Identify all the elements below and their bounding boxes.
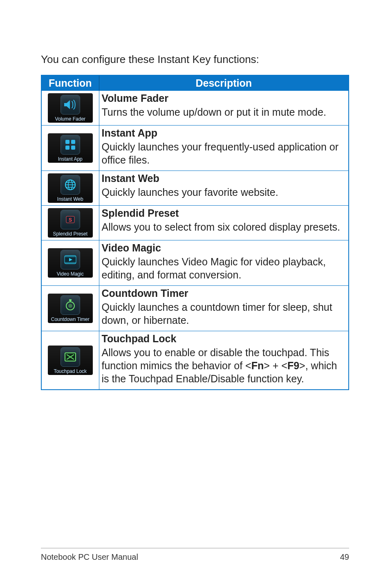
tile-volume-fader: Volume Fader bbox=[48, 93, 93, 123]
row-title: Splendid Preset bbox=[102, 206, 346, 220]
row-body: Quickly launches your favorite website. bbox=[102, 186, 278, 198]
timer-icon bbox=[61, 295, 80, 315]
svg-rect-1 bbox=[71, 140, 75, 144]
svg-rect-0 bbox=[65, 140, 69, 144]
row-body: Allows you to select from six colored di… bbox=[102, 221, 341, 233]
row-body: Quickly launches your frequently-used ap… bbox=[102, 141, 338, 166]
key-fn: Fn bbox=[251, 360, 264, 371]
function-icon-cell: Video Magic bbox=[42, 240, 99, 286]
svg-rect-9 bbox=[65, 256, 76, 257]
row-body: Turns the volume up/down or put it in mu… bbox=[102, 106, 326, 118]
description-cell: Volume Fader Turns the volume up/down or… bbox=[99, 91, 348, 126]
tile-label: Touchpad Lock bbox=[54, 368, 87, 374]
table-row: Instant App Instant App Quickly launches… bbox=[42, 126, 348, 171]
functions-table: Function Description Volume Fader bbox=[42, 76, 348, 389]
tile-label: Volume Fader bbox=[55, 116, 85, 122]
svg-point-12 bbox=[68, 304, 72, 308]
description-cell: Countdown Timer Quickly launches a count… bbox=[99, 286, 348, 331]
header-description: Description bbox=[99, 76, 348, 91]
row-title: Countdown Timer bbox=[102, 287, 346, 300]
function-icon-cell: Countdown Timer bbox=[42, 286, 99, 331]
row-body: Allows you to enable or disable the touc… bbox=[102, 347, 337, 384]
table-row: Instant Web Instant Web Quickly launches… bbox=[42, 171, 348, 206]
row-body: Quickly launches a countdown timer for s… bbox=[102, 301, 332, 326]
description-cell: Instant Web Quickly launches your favori… bbox=[99, 171, 348, 206]
preset-icon: S bbox=[61, 210, 80, 229]
table-row: Volume Fader Volume Fader Turns the volu… bbox=[42, 91, 348, 126]
description-cell: Video Magic Quickly launches Video Magic… bbox=[99, 240, 348, 286]
tile-video-magic: Video Magic bbox=[48, 248, 93, 278]
page-footer: Notebook PC User Manual 49 bbox=[41, 548, 349, 562]
tile-instant-web: Instant Web bbox=[48, 173, 93, 203]
key-f9: F9 bbox=[287, 360, 299, 371]
table-row: Video Magic Video Magic Quickly launches… bbox=[42, 240, 348, 286]
table-row: Countdown Timer Countdown Timer Quickly … bbox=[42, 286, 348, 331]
footer-title: Notebook PC User Manual bbox=[41, 552, 138, 562]
description-cell: Splendid Preset Allows you to select fro… bbox=[99, 206, 348, 240]
row-title: Volume Fader bbox=[102, 92, 346, 105]
video-icon bbox=[61, 250, 80, 269]
intro-text: You can configure these Instant Key func… bbox=[41, 53, 349, 66]
body-mid: > + < bbox=[264, 360, 287, 371]
function-icon-cell: Instant App bbox=[42, 126, 99, 171]
description-cell: Instant App Quickly launches your freque… bbox=[99, 126, 348, 171]
tile-splendid-preset: S Splendid Preset bbox=[48, 208, 93, 238]
volume-icon bbox=[61, 95, 80, 114]
apps-icon bbox=[61, 135, 80, 155]
function-icon-cell: Volume Fader bbox=[42, 91, 99, 126]
page: You can configure these Instant Key func… bbox=[0, 0, 390, 588]
tile-instant-app: Instant App bbox=[48, 133, 93, 163]
svg-rect-3 bbox=[71, 146, 75, 150]
tile-touchpad-lock: Touchpad Lock bbox=[48, 346, 93, 375]
table-row: S Splendid Preset Splendid Preset Allows… bbox=[42, 206, 348, 240]
svg-rect-13 bbox=[69, 299, 72, 301]
row-title: Video Magic bbox=[102, 241, 346, 254]
tile-label: Countdown Timer bbox=[51, 316, 90, 322]
row-body: Quickly launches Video Magic for video p… bbox=[102, 256, 326, 281]
touchpad-lock-icon bbox=[61, 347, 80, 367]
row-title: Instant App bbox=[102, 126, 346, 139]
row-title: Instant Web bbox=[102, 172, 346, 185]
svg-rect-10 bbox=[65, 262, 76, 264]
tile-countdown-timer: Countdown Timer bbox=[48, 294, 93, 323]
svg-rect-2 bbox=[65, 146, 69, 150]
globe-icon bbox=[61, 175, 80, 195]
tile-label: Video Magic bbox=[57, 271, 84, 277]
header-function: Function bbox=[42, 76, 99, 91]
table-row: Touchpad Lock Touchpad Lock Allows you t… bbox=[42, 331, 348, 390]
page-number: 49 bbox=[340, 552, 349, 562]
tile-label: Splendid Preset bbox=[53, 231, 87, 237]
description-cell: Touchpad Lock Allows you to enable or di… bbox=[99, 331, 348, 390]
function-icon-cell: Instant Web bbox=[42, 171, 99, 206]
row-title: Touchpad Lock bbox=[102, 332, 346, 345]
function-icon-cell: S Splendid Preset bbox=[42, 206, 99, 240]
function-icon-cell: Touchpad Lock bbox=[42, 331, 99, 390]
instant-key-table: Function Description Volume Fader bbox=[41, 75, 349, 390]
tile-label: Instant App bbox=[58, 156, 83, 162]
table-header-row: Function Description bbox=[42, 76, 348, 91]
svg-text:S: S bbox=[69, 217, 72, 223]
tile-label: Instant Web bbox=[57, 196, 83, 202]
